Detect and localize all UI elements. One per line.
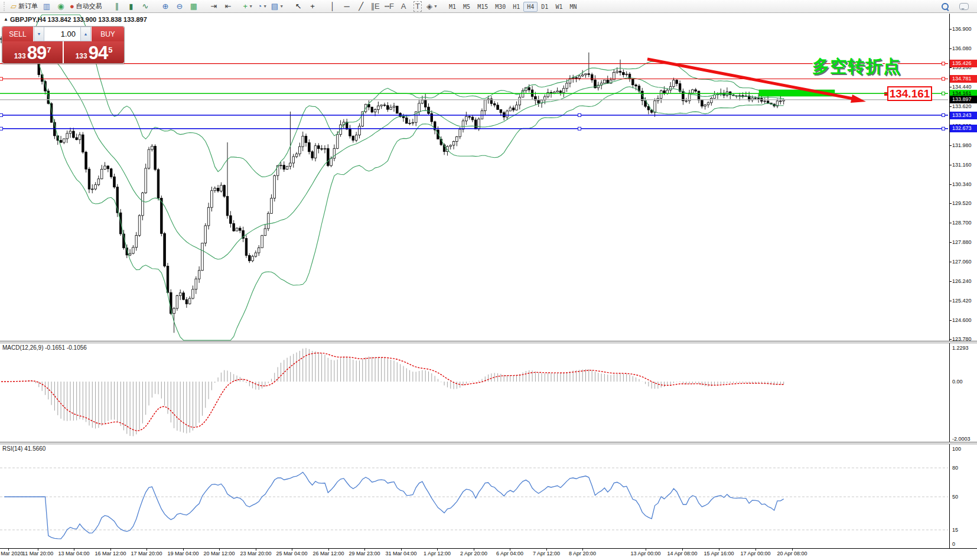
price-tick-mark <box>949 165 952 165</box>
macd-label: MACD(12,26,9) -0.1651 -0.1056 <box>2 344 87 351</box>
timeframe-D1[interactable]: D1 <box>538 2 552 12</box>
price-tick-label: 131.980 <box>952 142 977 148</box>
volume-down-button[interactable]: ▼ <box>34 27 44 41</box>
macd-axis-label: -2.0003 <box>952 436 977 442</box>
price-tick-mark <box>949 67 952 68</box>
crosshair-button[interactable]: + <box>305 1 320 12</box>
vertical-line-button[interactable]: │ <box>325 1 340 12</box>
sell-button[interactable]: SELL <box>2 27 33 41</box>
price-tick-mark <box>949 184 952 185</box>
timeframe-M15[interactable]: M15 <box>474 2 491 12</box>
price-tick-label: 127.880 <box>952 239 977 245</box>
toolbar-grip[interactable] <box>4 2 7 11</box>
rsi-axis-label: 0 <box>952 541 977 547</box>
pane-splitter-1[interactable] <box>0 341 977 343</box>
timeframe-H1[interactable]: H1 <box>509 2 523 12</box>
cursor-button[interactable]: ↖ <box>291 1 305 12</box>
fibonacci-button[interactable]: ┅F <box>382 1 396 12</box>
price-tick-label: 134.440 <box>952 84 977 90</box>
buy-price-figure: 133 <box>76 50 87 62</box>
price-level-badge: 133.243 <box>950 112 977 119</box>
bar-chart-button[interactable]: ∥ <box>110 1 124 12</box>
volume-up-button[interactable]: ▲ <box>80 27 91 41</box>
price-tick-mark <box>949 87 952 87</box>
shapes-button[interactable]: ◈▼ <box>425 1 439 12</box>
macd-pane[interactable] <box>0 343 977 442</box>
buy-button[interactable]: BUY <box>92 27 124 41</box>
timeframe-M5[interactable]: M5 <box>460 2 474 12</box>
price-tick-mark <box>949 48 952 49</box>
sell-price-big: 89 <box>27 44 46 62</box>
time-tick-label: 8 Apr 20:00 <box>559 551 606 556</box>
macd-axis-label: 0.00 <box>952 379 977 385</box>
horizontal-line-button[interactable]: ─ <box>340 1 354 12</box>
price-tick-mark <box>949 262 952 262</box>
timeframe-M1[interactable]: M1 <box>445 2 460 12</box>
zoom-out-button[interactable]: ⊖ <box>172 1 187 12</box>
charts-window-button[interactable]: ▥ <box>40 1 54 12</box>
market-watch-button[interactable]: ◉ <box>54 1 68 12</box>
price-callout-box[interactable]: 134.161 <box>887 86 932 101</box>
auto-scroll-button[interactable]: ⇥ <box>207 1 221 12</box>
sell-price-figure: 133 <box>14 50 26 62</box>
macd-axis-label: 1.2293 <box>952 345 977 351</box>
price-level-badge: 135.426 <box>950 60 977 67</box>
buy-price-pip: 5 <box>108 41 112 59</box>
toolbar: ▱新订单▥◉●自动交易∥▮∿⊕⊖▦⇥⇤+▼◔▼▤▼↖+│─╱∥E┅FAT◈▼ M… <box>0 0 977 13</box>
rsi-pane[interactable] <box>0 444 977 548</box>
search-icon[interactable] <box>938 1 952 12</box>
price-tick-mark <box>949 242 952 243</box>
price-tick-label: 125.420 <box>952 298 977 304</box>
rsi-axis-label: 80 <box>952 465 977 471</box>
rsi-axis-label: 50 <box>952 494 977 500</box>
timeframe-H4[interactable]: H4 <box>523 2 538 12</box>
price-tick-label: 124.600 <box>952 317 977 323</box>
price-tick-label: 131.160 <box>952 162 977 168</box>
volume-input[interactable]: 1.00 <box>44 27 80 41</box>
zoom-in-button[interactable]: ⊕ <box>158 1 172 12</box>
timeframe-W1[interactable]: W1 <box>552 2 566 12</box>
price-tick-label: 127.060 <box>952 259 977 265</box>
price-tick-label: 136.080 <box>952 45 977 51</box>
price-tick-label: 126.240 <box>952 278 977 284</box>
indicators-button[interactable]: +▼ <box>241 1 255 12</box>
sell-price-pip: 7 <box>47 41 51 59</box>
price-tick-mark <box>949 301 952 301</box>
price-level-badge: 132.673 <box>950 125 977 132</box>
chart-shift-button[interactable]: ⇤ <box>221 1 235 12</box>
one-click-trading-panel: SELL ▼ 1.00 ▲ BUY 133 89 7 133 94 5 <box>2 26 125 64</box>
text-button[interactable]: A <box>396 1 411 12</box>
candle-chart-button[interactable]: ▮ <box>124 1 138 12</box>
channel-button[interactable]: ∥E <box>368 1 382 12</box>
line-chart-button[interactable]: ∿ <box>138 1 152 12</box>
timeframe-M30[interactable]: M30 <box>491 2 509 12</box>
price-tick-mark <box>949 223 952 223</box>
price-tick-mark <box>949 29 952 30</box>
trendline-button[interactable]: ╱ <box>354 1 368 12</box>
tile-windows-button[interactable]: ▦ <box>187 1 201 12</box>
price-tick-label: 128.700 <box>952 220 977 226</box>
mt4-window: ▱新订单▥◉●自动交易∥▮∿⊕⊖▦⇥⇤+▼◔▼▤▼↖+│─╱∥E┅FAT◈▼ M… <box>0 0 977 560</box>
templates-button[interactable]: ▤▼ <box>269 1 285 12</box>
price-tick-label: 133.620 <box>952 103 977 109</box>
periods-button[interactable]: ◔▼ <box>255 1 269 12</box>
chat-icon[interactable] <box>957 1 971 12</box>
price-level-badge: 134.781 <box>950 75 977 83</box>
price-tick-mark <box>949 281 952 282</box>
new-order-button[interactable]: ▱新订单 <box>9 1 40 12</box>
buy-price-big: 94 <box>89 44 108 62</box>
pane-splitter-2[interactable] <box>0 442 977 444</box>
cn-annotation-text[interactable]: 多空转折点 <box>812 55 910 79</box>
price-tick-label: 136.900 <box>952 26 977 32</box>
rsi-axis-label: 100 <box>952 446 977 452</box>
autotrading-button[interactable]: ●自动交易 <box>68 1 104 12</box>
collapse-icon[interactable]: ▲ <box>4 17 8 22</box>
rsi-axis-label: 15 <box>952 527 977 533</box>
price-tick-mark <box>949 145 952 146</box>
price-tick-mark <box>949 106 952 107</box>
price-tick-label: 129.520 <box>952 200 977 206</box>
sell-price[interactable]: 133 89 7 <box>2 41 63 63</box>
timeframe-MN[interactable]: MN <box>566 2 580 12</box>
buy-price[interactable]: 133 94 5 <box>64 41 124 63</box>
text-label-button[interactable]: T <box>411 1 425 12</box>
